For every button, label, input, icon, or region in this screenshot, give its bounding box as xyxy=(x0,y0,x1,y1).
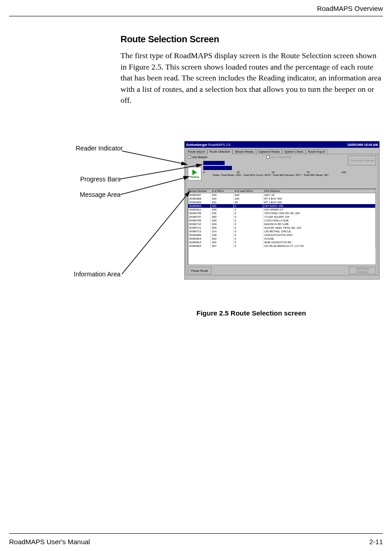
progress-bar-1 xyxy=(203,161,225,165)
col-route-number: Route Number xyxy=(188,189,211,193)
table-row[interactable]: 0030060925139RT 1 BOX 335 xyxy=(188,200,376,204)
totals-text: Totals: Total Read: 14% - Total MIU Coun… xyxy=(203,174,346,176)
app-name: RoadMAPS 2.0 xyxy=(208,143,230,146)
progress-area: 0 25 50 75 100 Totals: Total Read: 14% -… xyxy=(203,161,346,177)
use-beeper-checkbox[interactable]: ✓ Use Beeper xyxy=(188,155,207,159)
table-row[interactable]: 003006112580105 GREEN ST xyxy=(188,208,376,211)
brand-label: Schlumberger xyxy=(186,143,207,146)
col-first-address: First Address xyxy=(263,189,376,193)
table-row[interactable]: 003007113060SUGAR CEEK TRAIL NE, 120 xyxy=(188,226,376,230)
table-row[interactable]: 0030081430004028 LEXINGTON RD xyxy=(188,240,376,244)
table-row[interactable]: 003008153570101 BLUE BRANCH CT, LOT 94 xyxy=(188,244,376,248)
table-row[interactable]: 003007092950CUSCOWILLA SUB. xyxy=(188,219,376,222)
checkbox-icon: ✓ xyxy=(188,155,191,159)
table-row[interactable]: 00300608230230RT 5 BOX 940 xyxy=(188,197,376,200)
table-row[interactable]: 003007122140135 BETHEL CIRCLE xyxy=(188,230,376,233)
play-icon xyxy=(192,170,197,175)
use-beeper-label: Use Beeper xyxy=(192,155,207,159)
table-row[interactable]: 003007072800TYLER SQUIRT 104 xyxy=(188,215,376,219)
table-row[interactable]: 0030080619801333 EATONTON HWY xyxy=(188,233,376,237)
callout-reader-indicator: Reader Indicator xyxy=(55,145,123,152)
app-screenshot: Schlumberger RoadMAPS 2.0 10/05/1999 10:… xyxy=(184,141,380,280)
transmitter-settings-button[interactable]: Transmitter Settings xyxy=(348,155,376,165)
table-row[interactable]: 00300607329328HWY 18 xyxy=(188,193,376,197)
pause-route-button[interactable]: Pause Route xyxy=(188,267,211,274)
footer-page-number: 2-11 xyxy=(369,538,383,546)
progress-bar-2 xyxy=(203,166,232,170)
tab-route-selection[interactable]: Route Selection xyxy=(207,149,233,154)
datetime-label: 10/05/1999 10:04 AM xyxy=(347,143,378,146)
section-heading: Route Selection Screen xyxy=(121,34,382,45)
checkbox-icon xyxy=(266,155,270,159)
col-miu-count: # of MIU's xyxy=(211,189,234,193)
callout-information-area: Information Area xyxy=(55,270,121,278)
list-header: Route Number # of MIU's # of read MIU's … xyxy=(188,189,376,193)
header-rule xyxy=(9,16,383,16)
table-row[interactable]: 003006102310137 DAISY CIR xyxy=(188,204,376,208)
set-route-reading-button[interactable]: Set Route Reading xyxy=(349,267,376,274)
use-transmitter-checkbox[interactable]: Use Transmitter xyxy=(266,155,291,159)
table-row[interactable]: 003007062360CROOKED CRK RD SE, 260 xyxy=(188,211,376,215)
route-list[interactable]: Route Number # of MIU's # of read MIU's … xyxy=(188,189,376,265)
callout-progress-bars: Progress Bars xyxy=(55,175,121,183)
section-body: The first type of RoadMAPS display scree… xyxy=(121,50,382,106)
use-transmitter-label: Use Transmitter xyxy=(271,155,291,159)
tab-row: Route Import Route Selection Missed Read… xyxy=(185,148,379,154)
col-read-miu: # of read MIU's xyxy=(234,189,263,193)
reading-indicator: Reading xyxy=(188,167,201,180)
header-section-title: RoadMAPS Overview xyxy=(317,5,383,12)
tab-panel: ✓ Use Beeper Use Transmitter Transmitter… xyxy=(186,154,378,276)
ruler-tick: 0 xyxy=(203,171,205,174)
table-row[interactable]: 003007102290MADISON RD 1188 xyxy=(188,222,376,226)
figure-area: Reader Indicator Progress Bars Message A… xyxy=(121,141,382,300)
table-row[interactable]: 003008132620HOUSE xyxy=(188,237,376,240)
footer-rule xyxy=(9,533,383,534)
ruler-tick: 100 xyxy=(342,171,346,174)
reading-label: Reading xyxy=(190,175,199,178)
app-titlebar: Schlumberger RoadMAPS 2.0 10/05/1999 10:… xyxy=(185,141,379,148)
callout-message-area: Message Area xyxy=(55,191,121,198)
footer-manual-title: RoadMAPS User's Manual xyxy=(9,538,90,546)
figure-caption: Figure 2.5 Route Selection screen xyxy=(121,309,382,317)
